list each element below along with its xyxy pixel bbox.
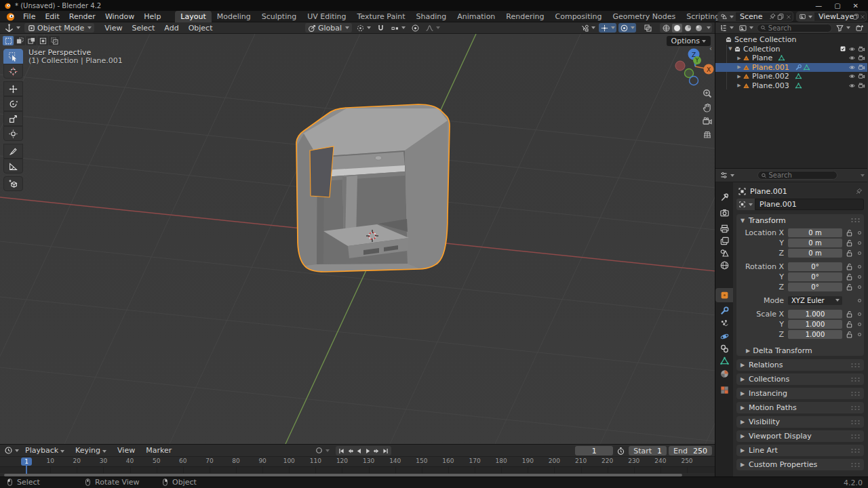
orientation-selector[interactable]: Global bbox=[305, 23, 352, 33]
transform-value-field[interactable]: 1.000 bbox=[788, 320, 842, 329]
snap-toggle[interactable] bbox=[375, 23, 387, 33]
animate-property-dot[interactable] bbox=[858, 333, 861, 336]
mode-selector[interactable]: Object Mode bbox=[24, 23, 94, 33]
animate-property-dot[interactable] bbox=[858, 323, 861, 326]
workspace-tab-texture-paint[interactable]: Texture Paint bbox=[352, 11, 411, 22]
properties-search-input[interactable] bbox=[768, 171, 833, 179]
animate-property-dot[interactable] bbox=[858, 285, 861, 289]
delta-transform-panel[interactable]: ▶ Delta Transform bbox=[736, 345, 864, 356]
eye-icon[interactable] bbox=[848, 64, 856, 71]
expand-arrow-icon[interactable]: ▼ bbox=[727, 46, 734, 52]
outliner-row[interactable]: ▼Collection bbox=[715, 45, 867, 54]
orthographic-toggle-button[interactable] bbox=[700, 128, 715, 142]
menu-window[interactable]: Window bbox=[100, 12, 139, 22]
panel-motion-paths[interactable]: ▶Motion Paths bbox=[736, 402, 864, 413]
eye-icon[interactable] bbox=[848, 45, 856, 53]
outliner-search[interactable] bbox=[757, 24, 832, 33]
timeline-menu-keying[interactable]: Keying bbox=[71, 445, 111, 455]
pin-id-icon[interactable] bbox=[855, 188, 863, 195]
workspace-tab-uv-editing[interactable]: UV Editing bbox=[302, 11, 351, 22]
workspace-tab-compositing[interactable]: Compositing bbox=[550, 11, 608, 22]
panel-custom-properties[interactable]: ▶Custom Properties bbox=[736, 459, 864, 470]
animate-property-dot[interactable] bbox=[858, 251, 861, 255]
use-preview-range-button[interactable] bbox=[615, 446, 627, 455]
camera-icon[interactable] bbox=[858, 73, 865, 80]
panel-relations[interactable]: ▶Relations bbox=[736, 359, 864, 371]
tool-add-cube[interactable] bbox=[3, 176, 23, 191]
falloff-button[interactable] bbox=[424, 23, 441, 33]
panel-instancing[interactable]: ▶Instancing bbox=[736, 388, 864, 399]
workspace-tab-geometry-nodes[interactable]: Geometry Nodes bbox=[607, 11, 681, 22]
scene-selector[interactable]: Scene bbox=[717, 12, 793, 22]
show-object-types-button[interactable] bbox=[579, 23, 597, 33]
editor-type-button[interactable] bbox=[3, 23, 22, 33]
select-mode-invert[interactable] bbox=[37, 36, 48, 45]
properties-tab-object[interactable] bbox=[715, 288, 733, 302]
outliner-search-input[interactable] bbox=[768, 24, 829, 32]
properties-tab-tool[interactable] bbox=[715, 190, 733, 205]
transform-value-field[interactable]: 1.000 bbox=[788, 310, 842, 319]
pan-view-button[interactable] bbox=[700, 101, 715, 115]
panel-visibility[interactable]: ▶Visibility bbox=[736, 416, 864, 428]
tool-annotate[interactable] bbox=[3, 144, 23, 159]
tool-measure[interactable] bbox=[3, 159, 23, 174]
viewport-menu-object[interactable]: Object bbox=[184, 23, 218, 33]
panel-drag-grip[interactable] bbox=[850, 218, 860, 223]
eye-icon[interactable] bbox=[848, 73, 856, 80]
lock-icon[interactable] bbox=[845, 272, 854, 281]
xray-toggle[interactable] bbox=[642, 23, 654, 33]
workspace-tab-modeling[interactable]: Modeling bbox=[212, 11, 256, 22]
transform-panel-header[interactable]: ▼ Transform bbox=[736, 214, 864, 226]
lock-icon[interactable] bbox=[845, 262, 854, 271]
transform-value-field[interactable]: 0 m bbox=[788, 228, 842, 237]
properties-tab-world[interactable] bbox=[715, 258, 733, 272]
properties-tab-material[interactable] bbox=[715, 367, 733, 381]
shading-solid-button[interactable] bbox=[672, 24, 682, 33]
tool-transform[interactable] bbox=[3, 126, 23, 141]
menu-file[interactable]: File bbox=[18, 12, 40, 22]
expand-arrow-icon[interactable]: ▶ bbox=[736, 83, 743, 88]
tool-cursor[interactable] bbox=[3, 64, 23, 79]
timeline-editor-type-button[interactable] bbox=[3, 446, 20, 455]
viewport-menu-select[interactable]: Select bbox=[127, 23, 159, 33]
outliner-row[interactable]: Scene Collection bbox=[715, 35, 867, 45]
lock-icon[interactable] bbox=[845, 320, 854, 329]
tool-select-box[interactable] bbox=[3, 49, 23, 64]
close-button[interactable]: ✕ bbox=[853, 2, 859, 9]
new-collection-button[interactable] bbox=[854, 23, 865, 33]
outliner-row[interactable]: ▶Plane bbox=[715, 54, 867, 63]
select-mode-intersect[interactable] bbox=[49, 36, 60, 45]
object-name-field[interactable]: Plane.001 bbox=[755, 199, 864, 210]
animate-property-dot[interactable] bbox=[858, 299, 861, 302]
outliner-row[interactable]: ▶Plane.003 bbox=[715, 81, 867, 91]
timeline-menu-marker[interactable]: Marker bbox=[141, 445, 176, 455]
camera-icon[interactable] bbox=[858, 64, 865, 71]
maximize-button[interactable]: ▢ bbox=[834, 2, 840, 9]
select-mode-subtract[interactable] bbox=[26, 36, 37, 45]
jump-end-button[interactable] bbox=[381, 447, 390, 455]
rotation-mode-dropdown[interactable]: XYZ Euler bbox=[788, 296, 842, 305]
shading-wireframe-button[interactable] bbox=[661, 24, 671, 33]
panel-collections[interactable]: ▶Collections bbox=[736, 373, 864, 385]
timeline-track[interactable] bbox=[0, 466, 715, 473]
workspace-tab-rendering[interactable]: Rendering bbox=[500, 11, 549, 22]
expand-arrow-icon[interactable]: ▶ bbox=[736, 56, 743, 61]
expand-arrow-icon[interactable]: ▶ bbox=[736, 74, 743, 79]
frame-start-field[interactable]: Start 1 bbox=[629, 446, 667, 455]
outliner-row[interactable]: ▶Plane.002 bbox=[715, 72, 867, 81]
tool-rotate[interactable] bbox=[3, 96, 23, 111]
viewport-menu-add[interactable]: Add bbox=[159, 23, 183, 33]
gizmos-toggle[interactable] bbox=[599, 23, 616, 33]
camera-view-button[interactable] bbox=[700, 115, 715, 128]
panel-viewport-display[interactable]: ▶Viewport Display bbox=[736, 430, 864, 442]
new-viewlayer-icon[interactable] bbox=[852, 13, 859, 20]
animate-property-dot[interactable] bbox=[858, 275, 861, 279]
pin-icon[interactable] bbox=[768, 13, 776, 20]
outliner-editor-type-button[interactable] bbox=[717, 23, 735, 33]
shading-material-button[interactable] bbox=[683, 24, 693, 33]
properties-options-chevron[interactable] bbox=[861, 174, 865, 177]
menu-edit[interactable]: Edit bbox=[40, 12, 64, 22]
checkbox-icon[interactable] bbox=[840, 45, 846, 52]
lock-icon[interactable] bbox=[845, 310, 854, 319]
animate-property-dot[interactable] bbox=[858, 231, 861, 235]
